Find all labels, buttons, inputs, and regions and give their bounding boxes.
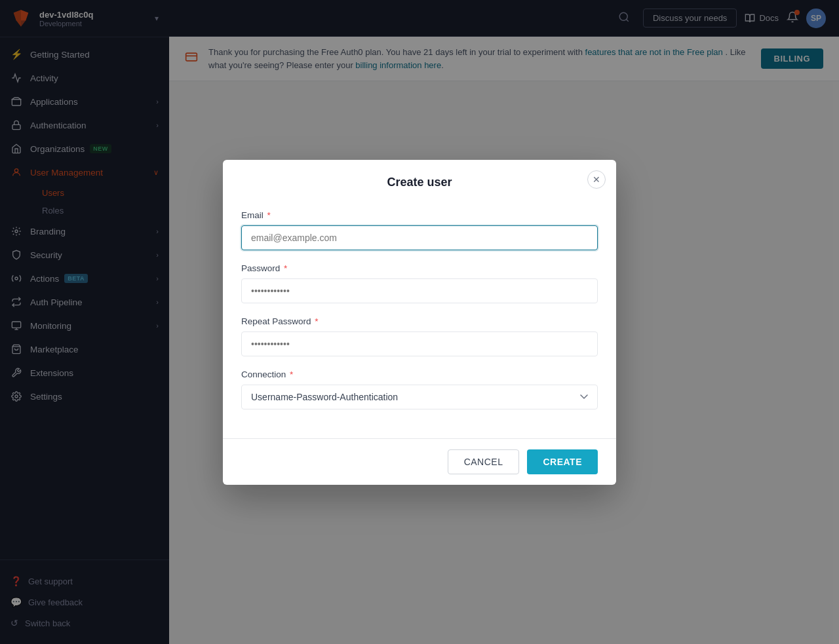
connection-label: Connection *	[241, 369, 598, 379]
password-form-group: Password *	[241, 263, 598, 303]
create-user-modal: Create user ✕ Email * Password * Re	[223, 160, 616, 485]
email-required-mark: *	[265, 210, 271, 220]
email-form-group: Email *	[241, 210, 598, 250]
password-label: Password *	[241, 263, 598, 273]
connection-required-mark: *	[287, 369, 293, 379]
modal-overlay: Create user ✕ Email * Password * Re	[0, 0, 839, 644]
email-input[interactable]	[241, 225, 598, 250]
modal-close-button[interactable]: ✕	[587, 170, 606, 189]
cancel-button[interactable]: CANCEL	[448, 449, 520, 474]
repeat-password-form-group: Repeat Password *	[241, 316, 598, 356]
repeat-password-required-mark: *	[313, 316, 319, 326]
password-required-mark: *	[281, 263, 287, 273]
modal-body: Email * Password * Repeat Password *	[223, 200, 616, 438]
repeat-password-input[interactable]	[241, 331, 598, 356]
password-input[interactable]	[241, 278, 598, 303]
modal-header: Create user ✕	[223, 160, 616, 200]
connection-select[interactable]: Username-Password-Authentication	[241, 385, 598, 409]
create-button[interactable]: CREATE	[527, 449, 598, 474]
modal-title: Create user	[241, 176, 598, 189]
email-label: Email *	[241, 210, 598, 220]
connection-form-group: Connection * Username-Password-Authentic…	[241, 369, 598, 409]
modal-footer: CANCEL CREATE	[223, 438, 616, 485]
repeat-password-label: Repeat Password *	[241, 316, 598, 326]
